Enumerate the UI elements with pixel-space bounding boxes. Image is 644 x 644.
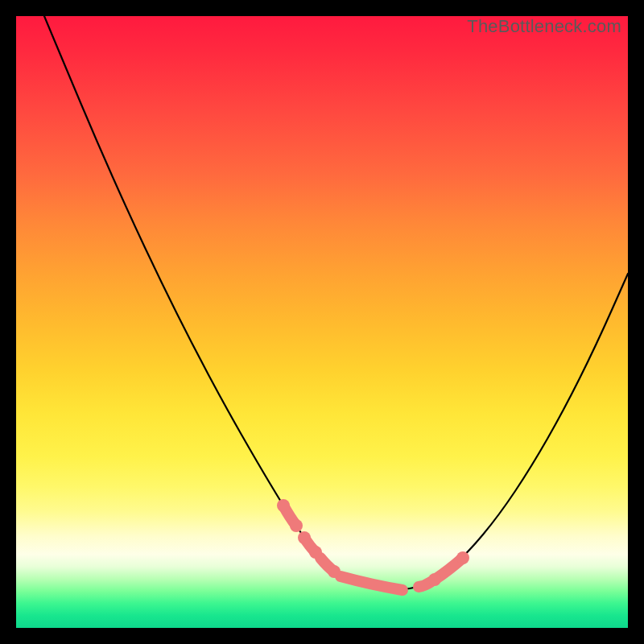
- pink-segment: [419, 582, 431, 587]
- chart-plot-area: TheBottleneck.com: [16, 16, 628, 628]
- pink-dot: [456, 551, 469, 564]
- pink-segment: [341, 576, 402, 590]
- pink-overlay-group: [277, 499, 469, 590]
- pink-dot: [298, 531, 311, 544]
- pink-dot: [428, 573, 441, 586]
- pink-dot: [277, 499, 290, 512]
- bottleneck-curve-path: [44, 16, 628, 590]
- pink-dot: [309, 546, 322, 559]
- pink-dot: [328, 565, 341, 578]
- bottleneck-curve-svg: [16, 16, 628, 628]
- pink-dot: [290, 519, 303, 532]
